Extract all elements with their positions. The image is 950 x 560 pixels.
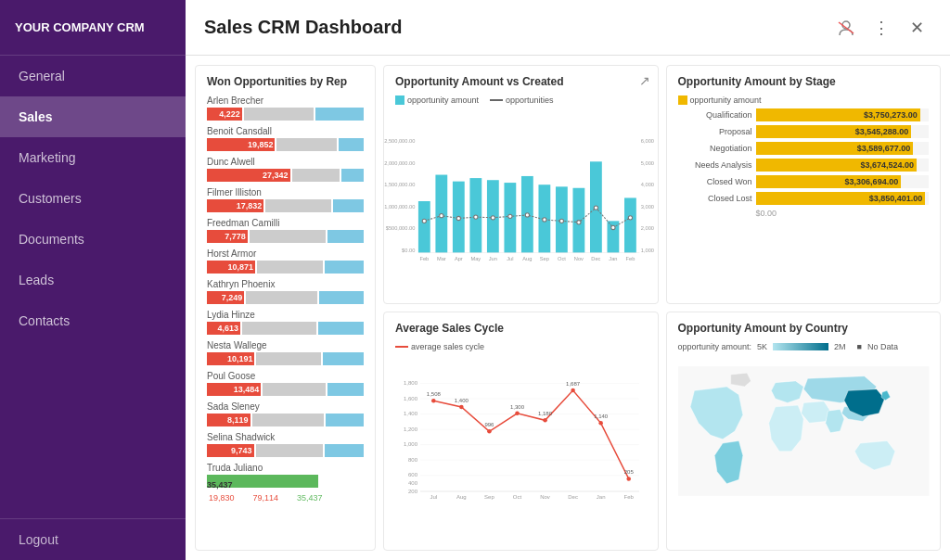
- stage-value: $3,850,401.00: [869, 194, 923, 203]
- rep-bars: 9,743: [207, 444, 364, 457]
- svg-text:1,800: 1,800: [404, 380, 418, 386]
- opp-by-country-card: Opportunity Amount by Country opportunit…: [666, 312, 942, 551]
- expand-icon[interactable]: ↗: [639, 73, 650, 88]
- rep-row: Lydia Hinze4,613: [207, 310, 364, 335]
- stage-value: $3,750,273.00: [864, 110, 918, 120]
- stage-value: $3,545,288.00: [855, 127, 909, 136]
- avg-legend: average sales cycle: [395, 342, 647, 351]
- svg-text:Feb: Feb: [626, 256, 635, 261]
- svg-text:Sep: Sep: [540, 256, 549, 261]
- sidebar-item-general[interactable]: General: [0, 56, 186, 96]
- rep-name: Horst Armor: [207, 248, 364, 259]
- bar-gray: [263, 383, 326, 396]
- svg-text:$2,500,000.00: $2,500,000.00: [383, 138, 415, 144]
- sidebar-item-customers[interactable]: Customers: [0, 178, 186, 219]
- svg-text:1,200: 1,200: [404, 426, 418, 432]
- bar-blue: [323, 352, 364, 365]
- rep-bars: 35,437: [207, 475, 364, 488]
- bar-red: 4,222: [207, 108, 242, 121]
- bar-gray: [276, 138, 336, 151]
- legend-opps: opportunities: [490, 95, 554, 105]
- stage-row: Closed Lost$3,850,401.00: [678, 192, 930, 205]
- sidebar-item-sales[interactable]: Sales: [0, 96, 186, 137]
- avg-legend-item: average sales cycle: [395, 342, 484, 351]
- svg-point-35: [559, 219, 563, 223]
- svg-point-32: [508, 214, 512, 218]
- svg-text:$0.00: $0.00: [402, 248, 415, 253]
- rep-bars: 27,342: [207, 169, 364, 182]
- svg-text:1,180: 1,180: [538, 411, 553, 416]
- bar-red: 4,613: [207, 322, 240, 335]
- legend-box-amount: [395, 95, 404, 105]
- won-opportunities-card: Won Opportunities by Rep Arlen Brecher4,…: [195, 65, 376, 551]
- rep-bars: 4,222: [207, 108, 364, 121]
- more-options-icon[interactable]: ⋮: [867, 13, 896, 43]
- svg-point-30: [474, 215, 478, 219]
- bar-blue: [341, 169, 364, 182]
- stage-value: $3,589,677.00: [857, 144, 911, 153]
- rep-row: Dunc Alwell27,342: [207, 157, 364, 182]
- close-icon[interactable]: ✕: [902, 13, 931, 43]
- svg-text:Oct: Oct: [513, 494, 522, 500]
- footer-val1: 19,830: [209, 493, 235, 503]
- svg-text:1,400: 1,400: [455, 398, 469, 403]
- bar-red: 7,778: [207, 230, 248, 243]
- svg-point-31: [491, 216, 494, 220]
- stage-row: Needs Analysis$3,674,524.00: [678, 159, 930, 172]
- logout-button[interactable]: Logout: [0, 518, 186, 560]
- rep-name: Nesta Wallege: [207, 340, 364, 350]
- user-icon[interactable]: [831, 13, 861, 43]
- svg-text:Mar: Mar: [437, 256, 446, 261]
- rep-name: Truda Juliano: [207, 463, 364, 473]
- stage-legend-item: opportunity amount: [678, 95, 762, 105]
- sidebar: YOUR COMPANY CRM General Sales Marketing…: [0, 0, 186, 560]
- stage-bar: $3,589,677.00: [756, 142, 914, 155]
- sidebar-item-marketing[interactable]: Marketing: [0, 137, 186, 178]
- bar-blue: [319, 291, 364, 304]
- svg-text:200: 200: [408, 489, 418, 494]
- rep-name: Kathryn Phoenix: [207, 279, 364, 289]
- sidebar-logo: YOUR COMPANY CRM: [0, 0, 186, 56]
- bar-red: 10,871: [207, 261, 255, 274]
- stage-label: Proposal: [678, 127, 752, 136]
- stage-label: Needs Analysis: [678, 160, 752, 170]
- sidebar-item-leads[interactable]: Leads: [0, 260, 186, 300]
- opp-by-country-title: Opportunity Amount by Country: [678, 322, 930, 335]
- rep-row: Poul Goose13,484: [207, 371, 364, 396]
- bar-gray: [250, 230, 326, 243]
- stage-label: Negotiation: [678, 144, 752, 153]
- stage-bar-wrap: $3,545,288.00: [756, 125, 930, 138]
- won-opps-title: Won Opportunities by Rep: [207, 75, 364, 88]
- svg-point-36: [577, 221, 581, 224]
- opp-vs-created-title: Opportunity Amount vs Created: [395, 75, 647, 88]
- svg-text:1,400: 1,400: [404, 411, 418, 416]
- rep-bars: 13,484: [207, 383, 364, 396]
- stage-bar: $3,306,694.00: [756, 175, 902, 188]
- svg-text:Oct: Oct: [558, 256, 566, 261]
- rep-row: Horst Armor10,871: [207, 248, 364, 274]
- opp-by-stage-title: Opportunity Amount by Stage: [678, 75, 930, 88]
- legend-line-opps: [490, 99, 503, 101]
- rep-row: Selina Shadwick9,743: [207, 432, 364, 457]
- rep-bars: 17,832: [207, 199, 364, 212]
- stage-row: Qualification$3,750,273.00: [678, 108, 930, 121]
- bar-red: 19,852: [207, 138, 275, 151]
- svg-point-78: [626, 477, 631, 481]
- stage-bar: $3,750,273.00: [756, 108, 920, 121]
- legend-opp-amount: opportunity amount: [395, 95, 479, 105]
- bar-blue: [339, 138, 364, 151]
- sidebar-item-contacts[interactable]: Contacts: [0, 300, 186, 341]
- rep-bars: 8,119: [207, 414, 364, 426]
- sidebar-item-documents[interactable]: Documents: [0, 219, 186, 260]
- rep-name: Lydia Hinze: [207, 310, 364, 320]
- opp-by-stage-card: Opportunity Amount by Stage opportunity …: [666, 65, 942, 304]
- rep-bars: 7,778: [207, 230, 364, 243]
- rep-row: Truda Juliano35,437: [207, 463, 364, 488]
- svg-text:Nov: Nov: [540, 494, 550, 500]
- svg-point-76: [571, 388, 575, 393]
- svg-text:1,000: 1,000: [641, 248, 654, 253]
- svg-point-74: [515, 412, 520, 416]
- svg-text:4,000: 4,000: [641, 182, 654, 187]
- country-gradient: [773, 343, 828, 350]
- bar-blue: [333, 199, 364, 212]
